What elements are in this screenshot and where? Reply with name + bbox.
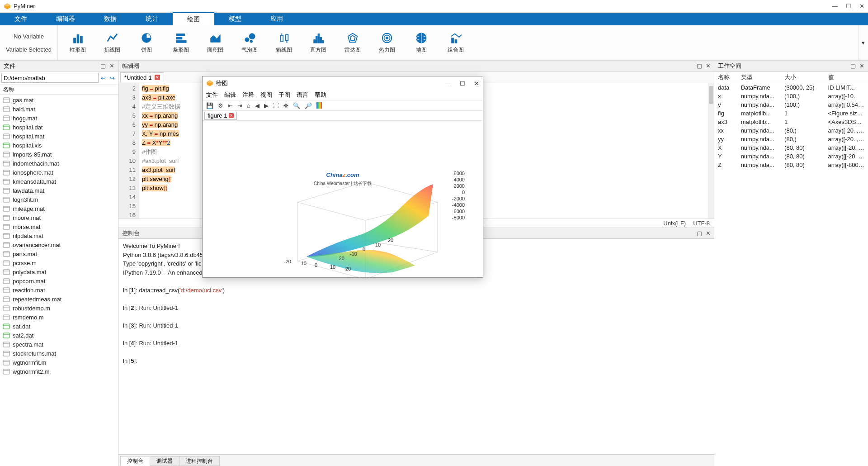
plot-menu-item[interactable]: 子图	[278, 91, 290, 99]
menu-统计[interactable]: 统计	[131, 13, 173, 25]
file-item[interactable]: moore.mat	[0, 213, 118, 222]
file-item[interactable]: imports-85.mat	[0, 150, 118, 159]
chart-box-button[interactable]: 箱线图	[267, 32, 301, 54]
menu-绘图[interactable]: 绘图	[173, 12, 214, 25]
pan-icon[interactable]: ✥	[283, 102, 288, 109]
minimize-button[interactable]: —	[832, 3, 838, 10]
ws-row[interactable]: ynumpy.nda...(100,)array([ 0.54402...	[714, 100, 868, 109]
file-item[interactable]: kmeansdata.mat	[0, 177, 118, 186]
file-item[interactable]: logn3fit.m	[0, 195, 118, 204]
next-icon[interactable]: ⇥	[237, 102, 242, 109]
chart-bar-button[interactable]: 柱形图	[61, 32, 95, 54]
file-item[interactable]: stockreturns.mat	[0, 349, 118, 358]
file-item[interactable]: repeatedmeas.mat	[0, 295, 118, 304]
zoom-in-icon[interactable]: 🔍	[293, 102, 300, 109]
home-icon[interactable]: ⌂	[247, 102, 250, 109]
close-pane-icon[interactable]: ✕	[859, 62, 864, 69]
ws-col-header[interactable]: 值	[825, 72, 868, 83]
ws-row[interactable]: dataDataFrame(30000, 25) ID LIMIT...	[714, 83, 868, 92]
file-item[interactable]: hospital.dat	[0, 123, 118, 132]
ws-col-header[interactable]: 大小	[781, 72, 824, 83]
chart-hbar-button[interactable]: 条形图	[164, 32, 198, 54]
ws-row[interactable]: Znumpy.nda...(80, 80)array([[-8000. ...	[714, 161, 868, 169]
file-item[interactable]: hospital.mat	[0, 132, 118, 141]
variable-selector[interactable]: No Variable Variable Selected	[0, 25, 58, 60]
eol-indicator[interactable]: Unix(LF)	[663, 220, 686, 227]
ws-col-header[interactable]: 类型	[737, 72, 781, 83]
file-item[interactable]: ovariancancer.mat	[0, 240, 118, 249]
chart-radar-button[interactable]: 雷达图	[335, 32, 370, 54]
file-item[interactable]: sat2.dat	[0, 331, 118, 340]
file-item[interactable]: wgtnormfit2.m	[0, 367, 118, 376]
file-item[interactable]: wgtnormfit.m	[0, 358, 118, 367]
nav-back-icon[interactable]: ↩	[99, 75, 108, 81]
float-pane-icon[interactable]: ▢	[697, 62, 702, 69]
file-item[interactable]: spectra.mat	[0, 340, 118, 349]
file-item[interactable]: rsmdemo.m	[0, 313, 118, 322]
chart-hist-button[interactable]: 直方图	[301, 32, 335, 54]
menu-文件[interactable]: 文件	[0, 13, 42, 25]
colorbar-icon[interactable]	[316, 102, 322, 109]
plot-menu-item[interactable]: 帮助	[315, 91, 326, 99]
settings-icon[interactable]: ⚙	[218, 102, 223, 109]
plot-menu-item[interactable]: 视图	[260, 91, 272, 99]
file-item[interactable]: mileage.mat	[0, 204, 118, 213]
ws-row[interactable]: figmatplotlib...1<Figure size 4...	[714, 109, 868, 118]
encoding-indicator[interactable]: UTF-8	[693, 220, 710, 227]
close-button[interactable]: ✕	[859, 3, 864, 10]
ws-row[interactable]: Xnumpy.nda...(80, 80)array([[-20. , -...	[714, 143, 868, 152]
plot-menu-item[interactable]: 编辑	[224, 91, 236, 99]
plot-menu-item[interactable]: 语言	[297, 91, 308, 99]
ws-row[interactable]: xxnumpy.nda...(80,)array([-20. , -1...	[714, 126, 868, 135]
file-item[interactable]: pcrsse.m	[0, 258, 118, 267]
file-item[interactable]: gas.mat	[0, 95, 118, 105]
file-item[interactable]: robustdemo.m	[0, 304, 118, 313]
float-pane-icon[interactable]: ▢	[100, 62, 106, 69]
file-item[interactable]: hogg.mat	[0, 114, 118, 123]
file-item[interactable]: indomethacin.mat	[0, 159, 118, 168]
menu-数据[interactable]: 数据	[90, 13, 131, 25]
zoom-box-icon[interactable]: ⛶	[273, 102, 279, 109]
chart-map-button[interactable]: 地图	[404, 32, 439, 54]
dialog-close-button[interactable]: ✕	[474, 80, 479, 87]
ws-row[interactable]: xnumpy.nda...(100,)array([-10.	[714, 92, 868, 100]
chart-combo-button[interactable]: 组合图	[439, 32, 473, 54]
float-pane-icon[interactable]: ▢	[850, 62, 856, 69]
file-item[interactable]: reaction.mat	[0, 285, 118, 295]
menu-应用[interactable]: 应用	[256, 13, 297, 25]
save-icon[interactable]: 💾	[206, 102, 213, 109]
ws-row[interactable]: Ynumpy.nda...(80, 80)array([[-20. , -...	[714, 152, 868, 161]
file-item[interactable]: polydata.mat	[0, 267, 118, 276]
file-path-input[interactable]	[1, 73, 99, 83]
file-item[interactable]: ionosphere.mat	[0, 168, 118, 177]
menu-模型[interactable]: 模型	[214, 13, 256, 25]
chart-heat-button[interactable]: 热力图	[370, 32, 404, 54]
float-pane-icon[interactable]: ▢	[697, 230, 702, 237]
file-item[interactable]: nlpdata.mat	[0, 231, 118, 240]
file-item[interactable]: hospital.xls	[0, 141, 118, 150]
zoom-out-icon[interactable]: 🔎	[305, 102, 312, 109]
editor-scrollbar[interactable]	[708, 83, 714, 219]
back-icon[interactable]: ◀	[255, 102, 259, 109]
prev-icon[interactable]: ⇤	[228, 102, 233, 109]
file-item[interactable]: lawdata.mat	[0, 186, 118, 195]
forward-icon[interactable]: ▶	[264, 102, 269, 109]
close-figure-icon[interactable]: ✕	[229, 113, 234, 118]
chart-line-button[interactable]: 折线图	[95, 32, 129, 54]
console-tab-2[interactable]: 进程控制台	[179, 456, 220, 466]
figure-tab[interactable]: figure 1 ✕	[204, 112, 237, 120]
plot-menu-item[interactable]: 注释	[242, 91, 254, 99]
close-tab-icon[interactable]: ✕	[155, 75, 160, 80]
dialog-minimize-button[interactable]: —	[445, 80, 451, 87]
ws-row[interactable]: ax3matplotlib...1<Axes3DSubpl...	[714, 118, 868, 126]
file-list-header[interactable]: 名称	[0, 85, 118, 95]
editor-tab[interactable]: *Untitled-1 ✕	[120, 72, 164, 82]
dialog-maximize-button[interactable]: ☐	[460, 80, 465, 87]
close-pane-icon[interactable]: ✕	[706, 62, 711, 69]
menu-编辑器[interactable]: 编辑器	[42, 13, 90, 25]
file-item[interactable]: parts.mat	[0, 249, 118, 258]
file-item[interactable]: sat.dat	[0, 322, 118, 331]
ws-row[interactable]: yynumpy.nda...(80,)array([-20. , -1...	[714, 135, 868, 143]
chart-area-button[interactable]: 面积图	[198, 32, 232, 54]
file-item[interactable]: morse.mat	[0, 222, 118, 231]
